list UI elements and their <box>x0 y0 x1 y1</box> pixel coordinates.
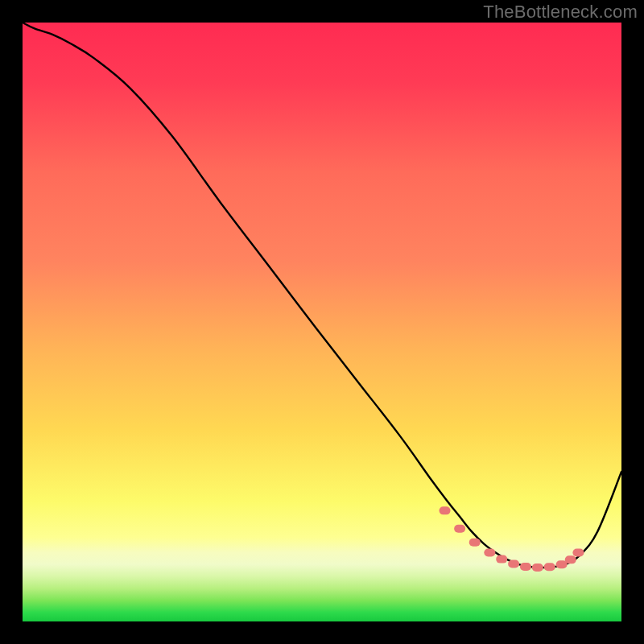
marker-dot <box>508 560 519 568</box>
marker-dot <box>544 563 555 571</box>
gradient-background <box>23 23 621 621</box>
marker-dot <box>572 548 584 556</box>
chart-svg <box>23 23 621 621</box>
marker-dot <box>469 539 481 547</box>
plot-area <box>23 23 621 621</box>
marker-dot <box>484 548 495 556</box>
marker-dot <box>454 525 465 533</box>
marker-dot <box>565 555 576 564</box>
marker-dot <box>520 563 531 571</box>
marker-dot <box>496 555 507 564</box>
marker-dot <box>532 564 543 572</box>
marker-dot <box>440 506 451 514</box>
watermark-text: TheBottleneck.com <box>483 2 638 23</box>
chart-frame: TheBottleneck.com <box>0 0 644 644</box>
